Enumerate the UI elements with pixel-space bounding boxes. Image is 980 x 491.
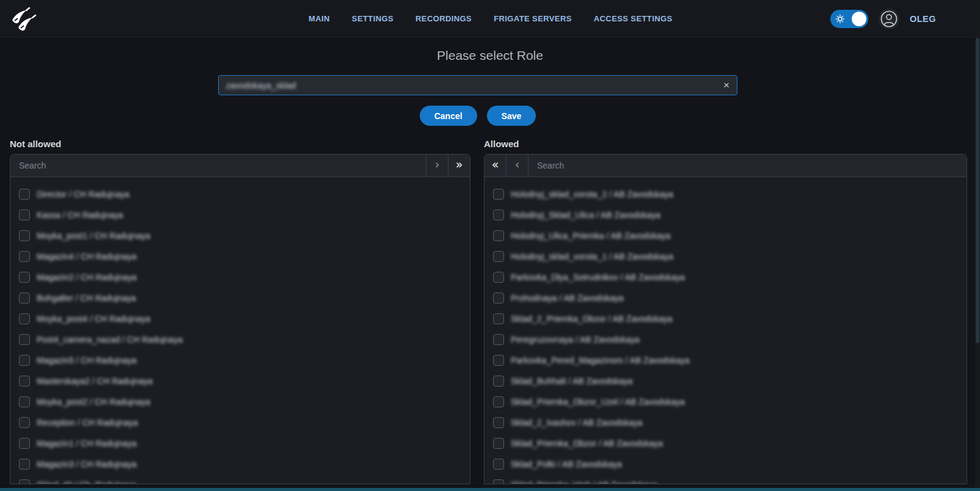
list-item-label: Sklad_2_Ivashov / AB Zavodskaya — [511, 418, 643, 427]
list-item[interactable]: Buhgalter / CH Radujnaya — [10, 288, 470, 308]
checkbox[interactable] — [19, 396, 30, 407]
main-navigation: MAIN SETTINGS RECORDINGS FRIGATE SERVERS… — [309, 0, 673, 37]
list-item[interactable]: Moyka_post2 / CH Radujnaya — [10, 391, 470, 412]
list-item-label: Sklad_Polki / AB Zavodskaya — [511, 459, 622, 469]
role-name-input[interactable] — [219, 76, 716, 95]
theme-toggle[interactable] — [830, 10, 868, 28]
not-allowed-header: › » — [10, 155, 470, 177]
checkbox[interactable] — [493, 459, 504, 470]
page-title: Please select Role — [0, 48, 980, 63]
save-button[interactable]: Save — [487, 106, 536, 126]
list-item-label: Magazin1 / CH Radujnaya — [37, 438, 136, 448]
checkbox[interactable] — [19, 417, 30, 428]
nav-link-frigate-servers[interactable]: FRIGATE SERVERS — [494, 14, 572, 23]
list-item[interactable]: Prohodnaya / AB Zavodskaya — [485, 288, 967, 308]
list-item-label: Moyka_post2 / CH Radujnaya — [37, 397, 150, 407]
move-selected-right-button[interactable]: › — [426, 155, 448, 176]
checkbox[interactable] — [19, 293, 30, 304]
list-item[interactable]: Kassa / CH Radujnaya — [10, 205, 470, 225]
list-item-label: Sklad_40 / Ch_Radujnaya — [37, 480, 136, 484]
allowed-panel: « ‹ Holodnyj_sklad_vorota_2 / AB Zavodsk… — [484, 154, 967, 484]
list-item[interactable]: Moyka_post4 / CH Radujnaya — [10, 308, 470, 329]
frigate-birds-logo-icon[interactable] — [7, 4, 37, 34]
list-item[interactable]: Sklad_Priemka_Obzor_Uzel / AB Zavodskaya — [485, 391, 967, 412]
checkbox[interactable] — [493, 313, 504, 324]
list-item[interactable]: Magazin3 / CH Radujnaya — [10, 454, 470, 475]
list-item[interactable]: Sklad_Buhhalt / AB Zavodskaya — [485, 371, 967, 391]
list-item[interactable]: Sklad_Priemka_Obzor / AB Zavodskaya — [485, 433, 967, 454]
checkbox[interactable] — [493, 396, 504, 407]
list-item[interactable]: Sklad_2_Priemka_Obzor / AB Zavodskaya — [485, 308, 967, 329]
checkbox[interactable] — [19, 313, 30, 324]
list-item[interactable]: Moyka_post1 / CH Radujnaya — [10, 225, 470, 246]
horizontal-scrollbar[interactable] — [0, 488, 980, 491]
move-selected-left-button[interactable]: ‹ — [506, 155, 528, 176]
checkbox[interactable] — [19, 209, 30, 220]
list-item[interactable]: Magazin2 / CH Radujnaya — [10, 267, 470, 288]
vertical-scrollbar[interactable] — [975, 0, 980, 491]
user-avatar-icon[interactable] — [879, 9, 899, 29]
list-item[interactable]: Post4_camera_nazad / CH Radujnaya — [10, 329, 470, 350]
allowed-search-input[interactable] — [528, 155, 967, 176]
list-item-label: Parkovka_Dlya_Sotrudnikov / AB Zavodskay… — [511, 272, 685, 282]
vertical-scrollbar-thumb[interactable] — [976, 38, 979, 343]
toggle-knob[interactable] — [852, 12, 866, 26]
list-item[interactable]: Director / CH Radujnaya — [10, 184, 470, 205]
list-item[interactable]: Magazin1 / CH Radujnaya — [10, 433, 470, 454]
list-item[interactable]: Sklad_Polki / AB Zavodskaya — [485, 454, 967, 475]
move-all-left-button[interactable]: « — [485, 155, 506, 176]
checkbox[interactable] — [19, 272, 30, 283]
top-navbar: MAIN SETTINGS RECORDINGS FRIGATE SERVERS… — [0, 0, 980, 37]
checkbox[interactable] — [493, 230, 504, 241]
clear-input-icon[interactable]: × — [716, 76, 737, 95]
list-item[interactable]: Magazin4 / CH Radujnaya — [10, 246, 470, 267]
list-item-label: Director / CH Radujnaya — [37, 189, 130, 199]
list-item-label: Moyka_post1 / CH Radujnaya — [37, 231, 150, 241]
checkbox[interactable] — [493, 209, 504, 220]
checkbox[interactable] — [493, 189, 504, 200]
checkbox[interactable] — [19, 230, 30, 241]
checkbox[interactable] — [493, 376, 504, 387]
list-item[interactable]: Peregruzovnaya / AB Zavodskaya — [485, 329, 967, 350]
checkbox[interactable] — [19, 438, 30, 449]
checkbox[interactable] — [493, 251, 504, 262]
nav-link-settings[interactable]: SETTINGS — [352, 14, 393, 23]
nav-link-recordings[interactable]: RECORDINGS — [415, 14, 472, 23]
list-item[interactable]: Masterskaya2 / CH Radujnaya — [10, 371, 470, 391]
list-item-label: Holodnyj_Sklad_Ulica / AB Zavodskaya — [511, 210, 660, 220]
list-item[interactable]: Reception / CH Radujnaya — [10, 412, 470, 433]
list-item[interactable]: Parkovka_Dlya_Sotrudnikov / AB Zavodskay… — [485, 267, 967, 288]
list-item[interactable]: Holodnyj_sklad_vorota_2 / AB Zavodskaya — [485, 184, 967, 205]
checkbox[interactable] — [493, 438, 504, 449]
checkbox[interactable] — [19, 251, 30, 262]
move-all-right-button[interactable]: » — [448, 155, 470, 176]
list-item[interactable]: Sklad_Priemka_Verh / AB Zavodskaya — [485, 475, 967, 484]
checkbox[interactable] — [19, 189, 30, 200]
checkbox[interactable] — [493, 417, 504, 428]
checkbox[interactable] — [19, 355, 30, 366]
checkbox[interactable] — [493, 479, 504, 484]
checkbox[interactable] — [493, 293, 504, 304]
list-item[interactable]: Magazin5 / CH Radujnaya — [10, 350, 470, 371]
list-item[interactable]: Parkovka_Pered_Magazinom / AB Zavodskaya — [485, 350, 967, 371]
checkbox[interactable] — [19, 479, 30, 484]
not-allowed-title: Not allowed — [10, 139, 61, 149]
checkbox[interactable] — [493, 334, 504, 345]
checkbox[interactable] — [493, 272, 504, 283]
checkbox[interactable] — [19, 376, 30, 387]
cancel-button[interactable]: Cancel — [420, 106, 477, 126]
checkbox[interactable] — [19, 459, 30, 470]
list-item[interactable]: Holodnyj_sklad_vorota_1 / AB Zavodskaya — [485, 246, 967, 267]
checkbox[interactable] — [493, 355, 504, 366]
nav-link-access-settings[interactable]: ACCESS SETTINGS — [594, 14, 673, 23]
username-label[interactable]: OLEG — [910, 14, 936, 24]
list-item[interactable]: Holodnyj_Ulica_Priemka / AB Zavodskaya — [485, 225, 967, 246]
checkbox[interactable] — [19, 334, 30, 345]
list-item[interactable]: Holodnyj_Sklad_Ulica / AB Zavodskaya — [485, 205, 967, 225]
list-item-label: Moyka_post4 / CH Radujnaya — [37, 314, 150, 324]
list-item[interactable]: Sklad_40 / Ch_Radujnaya — [10, 475, 470, 484]
list-item[interactable]: Sklad_2_Ivashov / AB Zavodskaya — [485, 412, 967, 433]
list-item-label: Magazin4 / CH Radujnaya — [37, 252, 136, 261]
nav-link-main[interactable]: MAIN — [309, 14, 330, 23]
not-allowed-search-input[interactable] — [10, 155, 426, 176]
